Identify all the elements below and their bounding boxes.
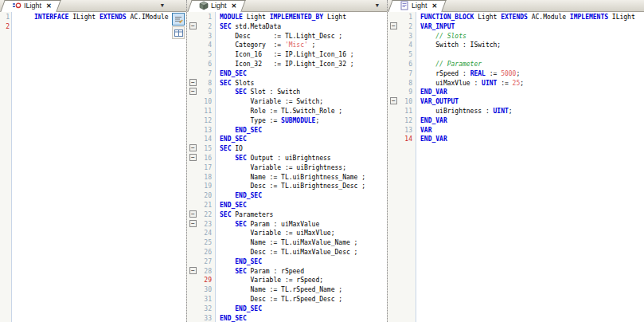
editor-workspace: ILight ✕ ▼ 1INTERFACE ILight EXTENDS AC.… xyxy=(0,0,644,322)
textual-view-button[interactable] xyxy=(172,13,185,26)
fold-column xyxy=(388,79,400,88)
fold-column xyxy=(388,135,400,144)
fold-column xyxy=(187,248,200,257)
line-number: 10 xyxy=(200,97,215,107)
tab-ilight[interactable]: ILight ✕ xyxy=(6,0,57,11)
line-number: 2 xyxy=(0,22,10,32)
fold-collapse-icon[interactable]: − xyxy=(390,97,397,104)
code-text: rSpeed : REAL := 5000; xyxy=(416,69,520,79)
code-text: // Parameter xyxy=(416,60,482,69)
line-number: 17 xyxy=(200,163,215,173)
line-number: 31 xyxy=(200,295,215,304)
code-line: −16 SEC Output : uiBrightness xyxy=(187,154,387,163)
code-editor-module-light[interactable]: 1MODULE Light IMPLEMENTED_BY Light−2SEC … xyxy=(187,12,387,322)
code-line: 8 uiMaxVlue : UINT := 25; xyxy=(388,79,644,88)
fold-column xyxy=(187,107,200,116)
line-number: 2 xyxy=(200,22,215,32)
close-icon[interactable]: ✕ xyxy=(46,2,52,10)
line-number: 20 xyxy=(200,191,215,201)
code-line: −28 SEC Param : rSpeed xyxy=(187,267,387,277)
tabular-view-button[interactable] xyxy=(172,26,185,39)
fold-column: − xyxy=(187,144,200,154)
editor-panel-module-light: Light ✕ ▼ 1MODULE Light IMPLEMENTED_BY L… xyxy=(187,0,388,322)
line-number: 11 xyxy=(200,107,215,116)
line-number: 4 xyxy=(200,41,215,50)
fold-column: − xyxy=(187,88,200,97)
fold-collapse-icon[interactable]: − xyxy=(189,267,197,274)
fold-collapse-icon[interactable]: − xyxy=(189,220,197,227)
code-line: −2SEC std.MetaData xyxy=(187,22,387,32)
code-text: // Slots xyxy=(416,32,466,41)
code-line: 30 Name := TL.rSpeed_Name ; xyxy=(187,285,387,295)
code-line: 27 END_SEC xyxy=(187,257,387,267)
code-line: 4 Switch : ISwitch; xyxy=(388,41,644,50)
fold-collapse-icon[interactable]: − xyxy=(189,88,197,95)
code-area: 1MODULE Light IMPLEMENTED_BY Light−2SEC … xyxy=(187,12,387,322)
line-number: 10 xyxy=(400,97,416,107)
code-line: −10VAR_OUTPUT xyxy=(388,97,644,107)
fold-collapse-icon[interactable]: − xyxy=(390,22,397,29)
code-text: Desc := TL.rSpeed_Desc ; xyxy=(215,295,342,304)
tab-module-light[interactable]: Light ✕ xyxy=(193,0,242,11)
gutter-separator xyxy=(11,12,12,322)
code-editor-fb-light[interactable]: 1FUNCTION_BLOCK Light EXTENDS AC.Module … xyxy=(388,12,644,322)
module-icon xyxy=(199,1,209,10)
fold-column xyxy=(388,60,400,69)
fold-collapse-icon[interactable]: − xyxy=(189,22,197,29)
fold-collapse-icon[interactable]: − xyxy=(189,144,197,151)
chevron-down-icon[interactable]: ▼ xyxy=(161,3,164,9)
fold-column xyxy=(187,60,200,69)
chevron-down-icon[interactable]: ▼ xyxy=(376,3,379,9)
line-number: 11 xyxy=(400,107,416,116)
tabbar-module-light: Light ✕ ▼ xyxy=(187,0,387,12)
close-icon[interactable]: ✕ xyxy=(432,2,438,10)
fold-column xyxy=(187,285,200,295)
code-area: 1INTERFACE ILight EXTENDS AC.IModule2 xyxy=(0,12,186,32)
code-text: END_SEC xyxy=(215,201,247,210)
code-text: Desc := TL.Light_Desc ; xyxy=(215,32,342,41)
code-text: END_SEC xyxy=(215,257,262,267)
code-editor-ilight[interactable]: 1INTERFACE ILight EXTENDS AC.IModule2 xyxy=(0,12,186,322)
code-text: VAR_OUTPUT xyxy=(416,97,459,107)
tab-label: ILight xyxy=(24,2,41,10)
code-line: 17 Variable := uiBrightness; xyxy=(187,163,387,173)
code-line: 13VAR xyxy=(388,126,644,135)
code-text: uiBrightness : UINT; xyxy=(416,107,513,116)
fold-column xyxy=(187,173,200,183)
code-text xyxy=(10,22,34,32)
code-line: 20 END_SEC xyxy=(187,191,387,201)
line-number: 27 xyxy=(200,257,215,267)
tab-fb-light[interactable]: Light ✕ xyxy=(393,0,443,11)
code-text: Variable := rSpeed; xyxy=(215,276,323,285)
code-line: 18 Name := TL.uiBrightness_Name ; xyxy=(187,173,387,183)
code-line: 31 Desc := TL.rSpeed_Desc ; xyxy=(187,295,387,304)
code-text: uiMaxVlue : UINT := 25; xyxy=(416,79,524,88)
fold-column: − xyxy=(187,210,200,220)
code-text: END_SEC xyxy=(215,304,262,314)
fold-column xyxy=(187,238,200,248)
fold-column xyxy=(388,13,400,22)
fold-collapse-icon[interactable]: − xyxy=(189,210,197,218)
code-line: 11 Role := TL.Switch_Role ; xyxy=(187,107,387,116)
close-icon[interactable]: ✕ xyxy=(232,2,237,10)
line-number: 33 xyxy=(200,314,215,322)
line-number: 25 xyxy=(200,238,215,248)
fold-column xyxy=(187,276,200,285)
code-line: −9 SEC Slot : Switch xyxy=(187,88,387,97)
code-line: 10 Variable := Switch; xyxy=(187,97,387,107)
code-line: 32 END_SEC xyxy=(187,304,387,314)
line-number: 6 xyxy=(400,60,416,69)
line-number: 23 xyxy=(200,220,215,230)
code-text: END_SEC xyxy=(215,135,247,144)
line-number: 13 xyxy=(400,126,416,135)
code-text: SEC IO xyxy=(215,144,243,154)
code-line: −22SEC Parameters xyxy=(187,210,387,220)
fold-column xyxy=(187,116,200,126)
fold-collapse-icon[interactable]: − xyxy=(189,79,197,86)
fold-column xyxy=(187,126,200,135)
fold-collapse-icon[interactable]: − xyxy=(189,154,197,161)
fold-column xyxy=(388,126,400,135)
code-text: INTERFACE ILight EXTENDS AC.IModule xyxy=(10,13,169,22)
code-text: Desc := TL.uiBrightness_Desc ; xyxy=(215,182,365,191)
editor-panel-fb-light: Light ✕ 1FUNCTION_BLOCK Light EXTENDS AC… xyxy=(388,0,644,322)
